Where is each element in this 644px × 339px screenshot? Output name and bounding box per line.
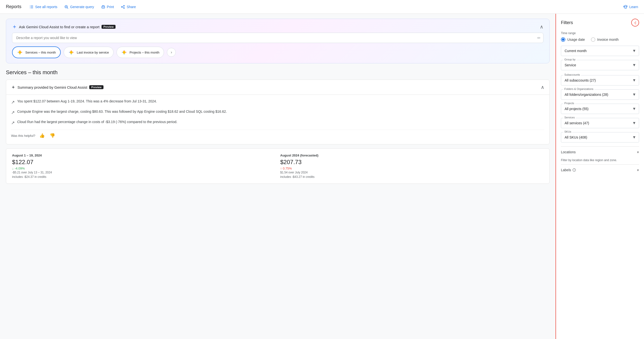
search-icon (64, 5, 68, 9)
trend-icon-3: ↗ (11, 120, 15, 126)
svg-rect-2 (30, 7, 30, 7)
forecast-delta-desc: $1.54 over July 2024 (280, 171, 544, 174)
gcp-logo-icon-3 (121, 49, 127, 55)
skus-dropdown-wrap: SKUs All SKUs (408) ▼ (561, 132, 639, 142)
forecast-delta: ↑ 0.75% (280, 167, 544, 170)
summary-item-2: ↗ Compute Engine was the largest charge,… (11, 109, 544, 116)
folders-dropdown-wrap: Folders & Organizations All folders/orga… (561, 89, 639, 100)
trend-icon-2: ↗ (11, 109, 15, 116)
folders-dropdown[interactable]: All folders/organizations (28) (561, 89, 639, 100)
svg-rect-0 (30, 5, 30, 6)
trend-icon-1: ↗ (11, 99, 15, 106)
svg-rect-5 (31, 7, 33, 8)
stats-row: August 1 – 19, 2024 $122.07 ↓ -4.09% -$5… (6, 148, 550, 184)
thumbs-down-button[interactable]: 👎 (49, 132, 56, 139)
subaccounts-dropdown-wrap: Subaccounts All subaccounts (27) ▼ (561, 75, 639, 85)
main-layout: Ask Gemini Cloud Assist to find or creat… (0, 14, 644, 339)
svg-rect-3 (31, 7, 33, 7)
current-period-label: August 1 – 19, 2024 (12, 154, 275, 157)
group-by-dropdown[interactable]: Service Project SKU Region (561, 60, 639, 70)
time-range-section: Time range Usage date Invoice month Curr… (561, 31, 639, 70)
svg-text:i: i (574, 169, 575, 171)
svg-rect-4 (30, 7, 30, 8)
chip-services-month[interactable]: Services – this month (12, 46, 61, 58)
summary-card-header: Summary provided by Gemini Cloud Assist … (6, 80, 549, 95)
gcp-logo-icon (17, 49, 23, 55)
summary-card: Summary provided by Gemini Cloud Assist … (6, 80, 550, 144)
section-title: Services – this month (6, 69, 550, 76)
chip-projects-month[interactable]: Projects – this month (116, 47, 164, 58)
group-by-dropdown-wrap: Group by Service Project SKU Region ▼ (561, 60, 639, 70)
svg-point-14 (124, 7, 124, 8)
chip-last-invoice[interactable]: Last invoice by service (64, 47, 114, 58)
up-arrow-icon: ↑ (280, 167, 282, 170)
learn-icon (623, 5, 628, 9)
current-period-delta-desc: -$5.21 over July 13 – 31, 2024 (12, 171, 275, 174)
suggestion-chips: Services – this month Last invoice by se… (12, 46, 544, 58)
svg-point-13 (124, 5, 124, 6)
locations-section: Locations ∨ Filter by location data like… (561, 146, 639, 164)
services-dropdown[interactable]: All services (47) (561, 118, 639, 128)
sparkle-icon (12, 24, 17, 29)
skus-dropdown[interactable]: All SKUs (408) (561, 132, 639, 142)
share-icon (121, 5, 125, 9)
chips-next-button[interactable]: › (167, 48, 176, 57)
app-title: Reports (6, 4, 22, 9)
preview-badge: Preview (102, 25, 116, 29)
services-label: Services (564, 116, 576, 119)
down-arrow-icon: ↓ (12, 167, 14, 170)
labels-collapsible[interactable]: Labels i ∨ (561, 164, 639, 175)
gemini-sparkle-icon (11, 85, 16, 89)
nav-links: See all reports Generate query Print Sha… (29, 5, 136, 9)
print-link[interactable]: Print (101, 5, 114, 9)
filters-panel: Filters ›| Time range Usage date Invoice… (556, 14, 644, 339)
subaccounts-label: Subaccounts (564, 73, 581, 76)
invoice-month-radio-circle (591, 37, 595, 42)
collapse-summary-button[interactable]: ∧ (541, 84, 544, 90)
svg-line-16 (122, 7, 124, 7)
edit-icon: ✏ (537, 36, 540, 40)
gcp-logo-icon-2 (68, 49, 74, 55)
summary-item-3: ↗ Cloud Run had the largest percentage c… (11, 119, 544, 126)
labels-info-icon: i (572, 168, 576, 172)
learn-button[interactable]: Learn (623, 5, 638, 9)
content-area: Ask Gemini Cloud Assist to find or creat… (0, 14, 556, 339)
gemini-search-input[interactable] (12, 33, 544, 43)
subaccounts-dropdown[interactable]: All subaccounts (27) (561, 75, 639, 85)
labels-section: Labels i ∨ (561, 164, 639, 175)
summary-item-1: ↗ You spent $122.07 between Aug 1-19, 20… (11, 99, 544, 106)
usage-date-radio[interactable]: Usage date (561, 37, 585, 42)
current-period-amount: $122.07 (12, 159, 275, 166)
skus-label: SKUs (564, 130, 572, 133)
svg-rect-1 (31, 5, 33, 6)
folders-label: Folders & Organizations (564, 87, 594, 90)
gemini-input-wrap: ✏ (12, 33, 544, 43)
generate-query-link[interactable]: Generate query (64, 5, 94, 9)
gemini-box: Ask Gemini Cloud Assist to find or creat… (6, 19, 550, 63)
time-range-label: Time range (561, 31, 639, 35)
forecast-period-label: August 2024 (forecasted) (280, 154, 544, 157)
share-link[interactable]: Share (121, 5, 136, 9)
summary-body: ↗ You spent $122.07 between Aug 1-19, 20… (6, 95, 549, 144)
filters-collapse-button[interactable]: ›| (631, 19, 639, 26)
helpful-row: Was this helpful? 👍 👎 (11, 130, 544, 139)
print-icon (101, 5, 106, 9)
gemini-header: Ask Gemini Cloud Assist to find or creat… (12, 24, 544, 30)
time-range-radio-group: Usage date Invoice month (561, 37, 639, 42)
usage-date-label: Usage date (567, 37, 585, 41)
period-dropdown[interactable]: Current month Last month Last 3 months C… (561, 46, 639, 56)
invoice-month-radio[interactable]: Invoice month (591, 37, 619, 42)
see-all-reports-link[interactable]: See all reports (29, 5, 57, 9)
collapse-gemini-button[interactable]: ∧ (540, 24, 544, 30)
gemini-title: Ask Gemini Cloud Assist to find or creat… (12, 24, 116, 29)
topbar: Reports See all reports Generate query P… (0, 0, 644, 14)
group-by-label: Group by (564, 58, 576, 61)
current-period-sub: includes -$24.37 in credits (12, 175, 275, 179)
usage-date-radio-circle (561, 37, 565, 42)
list-icon (29, 5, 34, 9)
locations-collapsible[interactable]: Locations ∨ (561, 146, 639, 157)
thumbs-up-button[interactable]: 👍 (38, 132, 46, 139)
forecast-period-stat: August 2024 (forecasted) $207.73 ↑ 0.75%… (280, 154, 544, 179)
summary-preview-badge: Preview (89, 85, 104, 89)
projects-dropdown[interactable]: All projects (55) (561, 104, 639, 114)
